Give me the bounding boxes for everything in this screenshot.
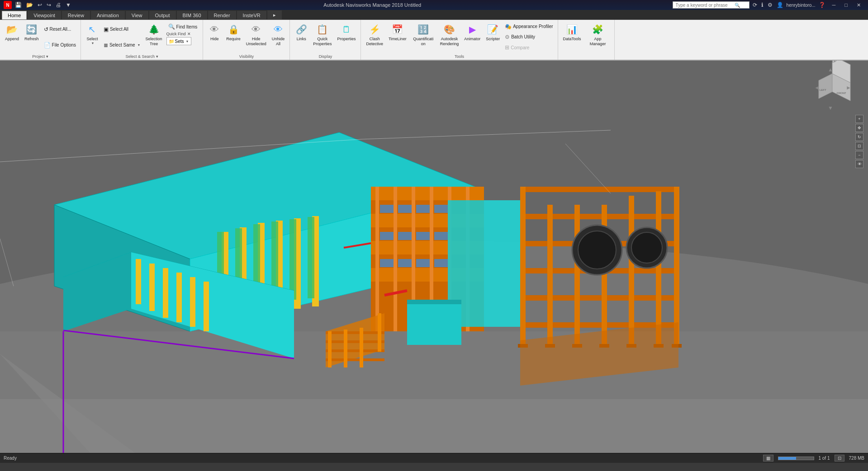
tab-review[interactable]: Review [62, 11, 90, 19]
svg-rect-57 [407, 300, 461, 304]
help-icon[interactable]: ❓ [817, 1, 827, 9]
sync-icon[interactable]: ⟳ [751, 1, 759, 9]
autodesk-rendering-label: AutodeskRendering [440, 37, 459, 47]
print-icon[interactable]: 🖨 [54, 1, 62, 9]
quick-properties-button[interactable]: 📋 QuickProperties [311, 22, 334, 52]
orbit-tool-button[interactable]: ↻ [855, 133, 863, 141]
close-button[interactable]: ✕ [853, 1, 864, 9]
save-icon[interactable]: 💾 [14, 1, 23, 9]
data-tools-label: DataTools [563, 37, 581, 42]
fit-tool-button[interactable]: ⊡ [855, 142, 863, 150]
compare-label: Compare [511, 45, 529, 50]
view-toggle-button[interactable]: ▦ [763, 455, 773, 462]
sets-row-container: 📁 Sets ▼ [166, 37, 199, 45]
links-label: Links [297, 37, 306, 42]
svg-text:LEFT: LEFT [820, 89, 826, 91]
tab-view[interactable]: View [126, 11, 148, 19]
refresh-button[interactable]: 🔄 Refresh [22, 22, 41, 52]
settings-icon[interactable]: ⚙ [766, 1, 774, 9]
require-button[interactable]: 🔒 Require [224, 22, 243, 52]
tab-viewpoint[interactable]: Viewpoint [28, 11, 61, 19]
selection-tree-icon: 🌲 [147, 23, 160, 36]
hide-unselected-icon: 👁 [250, 23, 262, 36]
maximize-button[interactable]: □ [841, 1, 851, 9]
compare-button[interactable]: ⊞ Compare [503, 43, 555, 52]
properties-button[interactable]: 🗒 Properties [335, 22, 358, 52]
zoom-tool-button[interactable]: + [855, 115, 863, 123]
sets-label: Sets [175, 39, 184, 44]
sets-button[interactable]: 📁 Sets ▼ [166, 37, 191, 45]
hide-unselected-button[interactable]: 👁 HideUnselected [244, 22, 269, 52]
compare-icon: ⊞ [505, 44, 509, 51]
tab-output[interactable]: Output [149, 11, 176, 19]
tab-home[interactable]: Home [2, 11, 27, 19]
zoom-fit-button[interactable]: ⊡ [835, 455, 844, 462]
redo-icon[interactable]: ↪ [45, 1, 52, 9]
pan-tool-button[interactable]: ✥ [855, 124, 863, 132]
memory-label: 728 MB [849, 456, 864, 461]
hide-icon: 👁 [208, 23, 221, 36]
file-options-button[interactable]: 📄 File Options [42, 41, 78, 49]
reset-all-button[interactable]: ↺ Reset All... [42, 25, 78, 33]
search-input[interactable] [676, 3, 735, 8]
unhide-all-icon: 👁 [272, 23, 285, 36]
tab-animation[interactable]: Animation [91, 11, 125, 19]
scripter-icon: 📝 [487, 23, 499, 36]
open-icon[interactable]: 📂 [25, 1, 34, 9]
select-col2: ▣ Select All ≣ Select Same ▼ [102, 22, 142, 52]
ribbon-group-display: 🔗 Links 📋 QuickProperties 🗒 Properties D… [290, 20, 361, 60]
append-icon: 📂 [6, 23, 19, 36]
svg-rect-64 [520, 187, 526, 345]
app-manager-button[interactable]: 🧩 App Manager [584, 22, 612, 52]
tab-more[interactable]: ▸ [267, 10, 282, 19]
tab-bim360[interactable]: BIM 360 [177, 11, 207, 19]
append-button[interactable]: 📂 Append [3, 22, 21, 52]
timeliner-button[interactable]: 📅 TimeLiner [386, 22, 409, 52]
data-tools-button[interactable]: 📊 DataTools [561, 22, 583, 52]
find-items-label: Find Items [176, 24, 198, 29]
properties-icon: 🗒 [340, 23, 353, 36]
select-all-button[interactable]: ▣ Select All [102, 25, 142, 33]
quantification-button[interactable]: 🔢 Quantification [410, 22, 437, 52]
svg-rect-70 [674, 187, 679, 345]
clash-detective-icon: ⚡ [368, 23, 381, 36]
minimize-button[interactable]: ─ [829, 1, 840, 9]
undo-icon[interactable]: ↩ [36, 1, 43, 9]
svg-rect-65 [547, 205, 553, 345]
quick-find-clear-icon[interactable]: ✕ [187, 32, 191, 36]
look-tool-button[interactable]: 👁 [855, 160, 863, 168]
tab-insteVR[interactable]: InsteVR [237, 11, 266, 19]
animator-icon: ▶ [466, 23, 479, 36]
hide-button[interactable]: 👁 Hide [206, 22, 223, 52]
find-items-button[interactable]: 🔍 Find Items [166, 23, 199, 31]
svg-marker-4 [0, 399, 868, 453]
scripter-label: Scripter [486, 37, 500, 42]
svg-rect-87 [328, 331, 332, 367]
scripter-button[interactable]: 📝 Scripter [484, 22, 502, 52]
appearance-profiler-button[interactable]: 🎭 Appearance Profiler [503, 23, 555, 31]
selection-tree-button[interactable]: 🌲 SelectionTree [143, 22, 165, 52]
appearance-profiler-icon: 🎭 [505, 24, 512, 30]
select-same-button[interactable]: ≣ Select Same ▼ [102, 41, 142, 49]
links-button[interactable]: 🔗 Links [293, 22, 310, 52]
ribbon-group-tools: ⚡ ClashDetective 📅 TimeLiner 🔢 Quantific… [361, 20, 558, 60]
unhide-all-button[interactable]: 👁 UnhideAll [270, 22, 287, 52]
app-title: Autodesk Navisworks Manage 2018 Untitled [72, 2, 673, 8]
select-button[interactable]: ↖ Select ▼ [84, 22, 101, 52]
app-manager-icon: 🧩 [592, 23, 604, 36]
autodesk-rendering-button[interactable]: 🎨 AutodeskRendering [438, 22, 461, 52]
zoom-minus-button[interactable]: − [855, 151, 863, 159]
qat-more-icon[interactable]: ▼ [64, 1, 72, 9]
search-box[interactable]: 🔍 [673, 1, 749, 9]
tab-render[interactable]: Render [208, 11, 236, 19]
clash-detective-button[interactable]: ⚡ ClashDetective [364, 22, 385, 52]
autodesk-rendering-icon: 🎨 [443, 23, 455, 36]
refresh-icon: 🔄 [25, 23, 38, 36]
animator-button[interactable]: ▶ Animator [462, 22, 483, 52]
viewport[interactable]: TOP LEFT FRONT ▲ ▼ ◄ ► + ✥ ↻ ⊡ − 👁 [0, 61, 868, 453]
batch-utility-button[interactable]: ⚙ Batch Utility [503, 33, 555, 41]
svg-text:►: ► [846, 85, 851, 91]
info-icon[interactable]: ℹ [760, 1, 765, 9]
select-label: Select [86, 37, 98, 42]
user-icon[interactable]: 👤 [775, 1, 785, 9]
